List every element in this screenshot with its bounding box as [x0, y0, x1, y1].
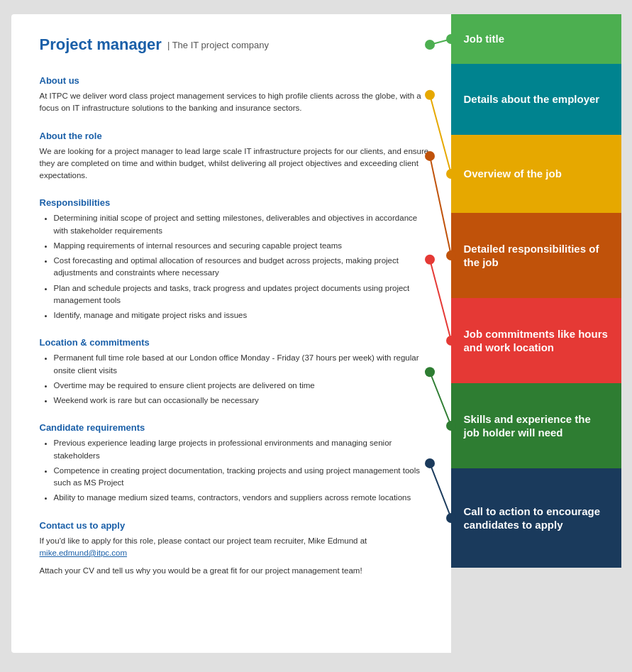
label-employer: Details about the employer: [451, 64, 621, 135]
list-item: Cost forecasting and optimal allocation …: [54, 255, 430, 280]
right-labels-panel: Job title Details about the employer Ove…: [451, 14, 621, 653]
location-heading: Location & commitments: [40, 337, 430, 348]
label-job-title: Job title: [451, 14, 621, 64]
list-item: Weekend work is rare but can occasionall…: [54, 395, 430, 407]
label-cta: Call to action to encourage candidates t…: [451, 468, 621, 568]
contact-email[interactable]: mike.edmund@itpc.com: [40, 549, 128, 557]
list-item: Plan and schedule projects and tasks, tr…: [54, 282, 430, 307]
candidate-list: Previous experience leading large projec…: [54, 437, 430, 504]
about-us-body: At ITPC we deliver word class project ma…: [40, 90, 430, 115]
contact-heading: Contact us to apply: [40, 520, 430, 531]
contact-body2: Attach your CV and tell us why you would…: [40, 565, 430, 577]
about-role-body: We are looking for a project manager to …: [40, 145, 430, 182]
list-item: Determining initial scope of project and…: [54, 212, 430, 237]
about-us-heading: About us: [40, 75, 430, 86]
label-skills: Skills and experience the job holder wil…: [451, 383, 621, 468]
candidate-section: Candidate requirements Previous experien…: [40, 422, 430, 504]
responsibilities-heading: Responsibilities: [40, 197, 430, 208]
responsibilities-section: Responsibilities Determining initial sco…: [40, 197, 430, 321]
location-section: Location & commitments Permanent full ti…: [40, 337, 430, 407]
about-role-section: About the role We are looking for a proj…: [40, 131, 430, 182]
main-container: Project manager | The IT project company…: [11, 14, 621, 653]
job-description-panel: Project manager | The IT project company…: [11, 14, 451, 653]
list-item: Competence in creating project documenta…: [54, 465, 430, 490]
company-name: | The IT project company: [167, 40, 269, 50]
list-item: Overtime may be required to ensure clien…: [54, 380, 430, 392]
about-us-section: About us At ITPC we deliver word class p…: [40, 75, 430, 115]
label-overview: Overview of the job: [451, 135, 621, 213]
label-commitments: Job commitments like hours and work loca…: [451, 298, 621, 383]
label-responsibilities: Detailed responsibilities of the job: [451, 213, 621, 298]
list-item: Mapping requirements of internal resourc…: [54, 240, 430, 252]
contact-section: Contact us to apply If you'd like to app…: [40, 520, 430, 578]
list-item: Previous experience leading large projec…: [54, 437, 430, 462]
list-item: Identify, manage and mitigate project ri…: [54, 309, 430, 321]
list-item: Ability to manage medium sized teams, co…: [54, 492, 430, 504]
job-title: Project manager: [40, 35, 162, 54]
about-role-heading: About the role: [40, 131, 430, 141]
list-item: Permanent full time role based at our Lo…: [54, 352, 430, 377]
location-list: Permanent full time role based at our Lo…: [54, 352, 430, 407]
contact-body1: If you'd like to apply for this role, pl…: [40, 535, 430, 560]
candidate-heading: Candidate requirements: [40, 422, 430, 433]
responsibilities-list: Determining initial scope of project and…: [54, 212, 430, 321]
job-title-row: Project manager | The IT project company: [40, 35, 430, 54]
